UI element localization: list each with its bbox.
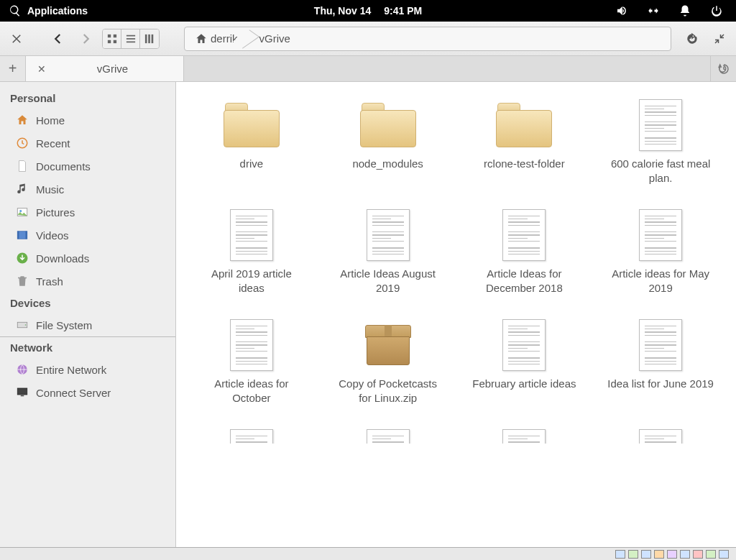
sidebar-item-music[interactable]: Music xyxy=(0,178,175,201)
svg-point-18 xyxy=(25,324,27,326)
document-item[interactable]: April 2019 article ideas xyxy=(190,209,313,295)
document-item[interactable] xyxy=(599,429,722,444)
document-item[interactable]: Idea list for June 2019 xyxy=(599,319,722,405)
doc-icon xyxy=(223,319,280,371)
folder-item[interactable]: node_modules xyxy=(327,99,449,185)
file-label: April 2019 article ideas xyxy=(198,267,305,295)
sidebar-section-personal: Personal xyxy=(0,88,175,109)
sidebar: Personal Home Recent Documents Music Pic… xyxy=(0,82,176,547)
doc-icon xyxy=(632,429,689,444)
videos-icon xyxy=(16,229,29,242)
svg-rect-2 xyxy=(107,40,110,42)
doc-icon xyxy=(359,429,417,444)
taskbar-item[interactable] xyxy=(667,550,677,559)
network-icon[interactable] xyxy=(647,4,660,17)
globe-icon xyxy=(16,363,29,376)
taskbar-item[interactable] xyxy=(706,550,716,559)
sidebar-item-documents[interactable]: Documents xyxy=(0,155,175,178)
sidebar-item-home[interactable]: Home xyxy=(0,109,175,132)
sidebar-item-videos[interactable]: Videos xyxy=(0,224,175,247)
sidebar-item-trash[interactable]: Trash xyxy=(0,270,175,293)
file-view[interactable]: drive node_modules rclone-test-folder 60… xyxy=(176,82,736,547)
file-label: Article ideas for October xyxy=(198,377,305,405)
panel-time[interactable]: 9:41 PM xyxy=(384,5,422,17)
archive-item[interactable]: Copy of Pocketcasts for Linux.zip xyxy=(327,319,449,405)
breadcrumb-current[interactable]: vGrive xyxy=(247,27,299,50)
file-label: Article Ideas August 2019 xyxy=(334,267,442,295)
doc-icon xyxy=(632,99,689,151)
close-button[interactable] xyxy=(6,28,27,50)
panel-date[interactable]: Thu, Nov 14 xyxy=(314,5,371,17)
sidebar-item-pictures[interactable]: Pictures xyxy=(0,201,175,224)
applications-menu[interactable]: Applications xyxy=(9,4,88,17)
doc-icon xyxy=(223,429,280,444)
new-tab-button[interactable]: + xyxy=(0,56,26,81)
taskbar-item[interactable] xyxy=(628,550,638,559)
folder-item[interactable]: drive xyxy=(190,99,313,185)
sidebar-item-entire-network[interactable]: Entire Network xyxy=(0,358,175,381)
doc-icon xyxy=(632,319,689,371)
taskbar-item[interactable] xyxy=(719,550,729,559)
taskbar-item[interactable] xyxy=(615,550,625,559)
icon-view-button[interactable] xyxy=(103,29,121,48)
taskbar-item[interactable] xyxy=(693,550,703,559)
notifications-icon[interactable] xyxy=(678,4,691,17)
doc-icon xyxy=(495,429,553,444)
sidebar-item-label: Music xyxy=(36,183,64,196)
document-item[interactable] xyxy=(327,429,449,444)
folder-item[interactable]: rclone-test-folder xyxy=(464,99,586,185)
file-label: rclone-test-folder xyxy=(484,157,565,171)
power-icon[interactable] xyxy=(710,4,723,17)
taskbar-item[interactable] xyxy=(654,550,664,559)
doc-icon xyxy=(632,209,689,261)
svg-rect-15 xyxy=(26,231,27,239)
file-label: February article ideas xyxy=(472,377,576,391)
back-button[interactable] xyxy=(47,28,69,50)
tab-vgrive[interactable]: ✕ vGrive xyxy=(26,56,184,81)
svg-rect-4 xyxy=(126,35,134,36)
taskbar-item[interactable] xyxy=(641,550,651,559)
music-icon xyxy=(16,183,29,196)
sidebar-section-devices: Devices xyxy=(0,293,175,313)
forward-button[interactable] xyxy=(75,28,96,50)
svg-rect-20 xyxy=(17,388,27,395)
sidebar-section-network: Network xyxy=(0,337,175,358)
list-view-button[interactable] xyxy=(121,29,140,48)
svg-rect-3 xyxy=(113,40,116,42)
document-item[interactable]: Article ideas for May 2019 xyxy=(599,209,722,295)
reload-button[interactable] xyxy=(681,28,703,50)
collapse-button[interactable] xyxy=(709,28,730,50)
sidebar-item-downloads[interactable]: Downloads xyxy=(0,247,175,270)
file-label: node_modules xyxy=(352,157,423,171)
document-item[interactable] xyxy=(190,429,313,444)
document-item[interactable]: 600 calorie fast meal plan. xyxy=(599,99,722,185)
document-item[interactable]: February article ideas xyxy=(464,319,586,405)
doc-icon xyxy=(223,209,280,261)
svg-rect-14 xyxy=(17,231,19,239)
folder-icon xyxy=(359,99,417,151)
sidebar-item-label: Downloads xyxy=(36,252,89,265)
breadcrumb-home[interactable]: derrik xyxy=(189,27,247,50)
volume-icon[interactable] xyxy=(615,4,628,17)
taskbar-item[interactable] xyxy=(680,550,690,559)
download-icon xyxy=(16,252,29,265)
close-tab-icon[interactable]: ✕ xyxy=(37,63,46,75)
svg-point-12 xyxy=(19,210,22,212)
svg-rect-5 xyxy=(126,38,134,40)
history-button[interactable] xyxy=(710,56,736,81)
svg-rect-7 xyxy=(145,34,147,42)
sidebar-item-label: Pictures xyxy=(36,206,75,219)
document-item[interactable] xyxy=(464,429,586,444)
column-view-button[interactable] xyxy=(140,29,159,48)
document-item[interactable]: Article ideas for October xyxy=(190,319,313,405)
document-item[interactable]: Article Ideas August 2019 xyxy=(327,209,449,295)
file-label: 600 calorie fast meal plan. xyxy=(607,157,714,185)
doc-icon xyxy=(495,209,553,261)
file-manager-toolbar: derrik vGrive xyxy=(0,22,736,56)
sidebar-item-recent[interactable]: Recent xyxy=(0,132,175,155)
tab-strip: + ✕ vGrive xyxy=(0,56,736,82)
sidebar-item-connect-server[interactable]: Connect Server xyxy=(0,381,175,404)
document-item[interactable]: Article Ideas for December 2018 xyxy=(464,209,586,295)
os-top-panel: Applications Thu, Nov 14 9:41 PM xyxy=(0,0,736,22)
sidebar-item-filesystem[interactable]: File System xyxy=(0,313,175,337)
